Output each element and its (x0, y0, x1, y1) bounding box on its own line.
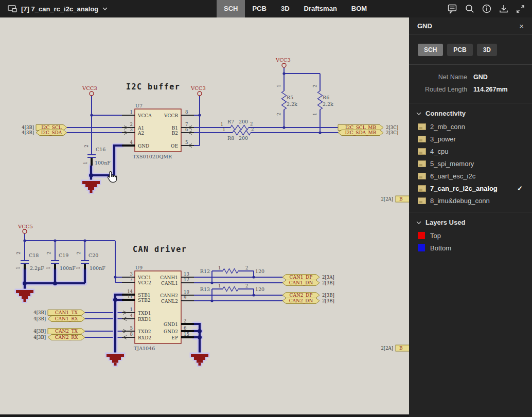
section-title-i2c: I2C buffer (126, 82, 180, 92)
svg-text:3: 3 (130, 127, 133, 132)
routed-length-value: 114.267mm (473, 86, 508, 93)
svg-text:2: 2 (130, 122, 133, 127)
layer-item-top[interactable]: Top (409, 229, 532, 242)
port-edge-bottom[interactable]: B 2[2A] (381, 345, 409, 351)
tab-draftsman[interactable]: Draftsman (297, 0, 344, 17)
svg-text:A2: A2 (137, 131, 144, 136)
power-port-vcc5[interactable]: VCC5 (17, 224, 33, 233)
chevron-down-icon (416, 112, 421, 115)
search-icon[interactable] (465, 4, 474, 13)
connectivity-item[interactable]: 4_cpu (409, 145, 532, 157)
connectivity-header[interactable]: Connectivity (409, 103, 532, 120)
section-title-can: CAN driver (133, 245, 187, 254)
svg-text:2: 2 (250, 121, 253, 126)
panel-tab-3d[interactable]: 3D (477, 44, 497, 56)
svg-text:4: 4 (130, 313, 133, 318)
svg-text:4[3B]: 4[3B] (22, 130, 34, 135)
svg-text:5: 5 (130, 325, 133, 331)
gnd-symbol[interactable] (105, 353, 126, 367)
download-icon[interactable] (499, 4, 508, 13)
port-can1-dn[interactable]: CAN1_DN 2[3B] (282, 280, 334, 286)
port-can2-rx[interactable]: CAN2_RX 4[3B] (33, 335, 85, 341)
port-can1-dp[interactable]: CAN1_DP 2[3A] (282, 275, 334, 281)
power-port-vcc3-a[interactable]: VCC3 (82, 85, 97, 96)
svg-text:14: 14 (127, 289, 133, 294)
layer-item-bottom[interactable]: Bottom (409, 242, 532, 254)
port-edge-top[interactable]: B 2[2A] (381, 196, 409, 202)
gnd-symbol[interactable] (15, 289, 35, 303)
svg-text:RXD1: RXD1 (138, 317, 151, 322)
panel-tab-sch[interactable]: SCH (418, 44, 443, 56)
gnd-symbol[interactable] (190, 353, 210, 367)
svg-text:10: 10 (184, 289, 189, 295)
port-can2-dp[interactable]: CAN2_DP 2[3B] (282, 293, 334, 299)
close-icon[interactable]: × (519, 22, 524, 30)
svg-text:1: 1 (218, 283, 221, 288)
svg-text:100nF: 100nF (60, 265, 76, 271)
svg-text:200: 200 (239, 135, 248, 141)
svg-text:VCCB: VCCB (164, 113, 178, 118)
comments-icon[interactable] (448, 4, 457, 14)
svg-text:STB1: STB1 (138, 293, 151, 298)
connectivity-title: Connectivity (425, 110, 466, 117)
power-port-vcc3-b[interactable]: VCC3 (190, 85, 206, 96)
document-selector[interactable]: [7] 7_can_rc_i2c_analog (0, 5, 108, 13)
sheet-icon (418, 160, 426, 167)
port-can1-tx[interactable]: CAN1_TX 4[3B] (33, 310, 85, 316)
tab-bom[interactable]: BOM (344, 0, 374, 17)
port-i2c-sda[interactable]: I2C_SDA 4[3B] (22, 130, 67, 136)
svg-text:2[3C]: 2[3C] (386, 130, 398, 135)
svg-text:R8: R8 (227, 135, 234, 141)
svg-text:11: 11 (127, 294, 133, 299)
expand-icon[interactable] (516, 5, 525, 13)
svg-text:1: 1 (46, 266, 51, 269)
gnd-symbol[interactable] (81, 180, 101, 194)
u7-designator: U7 (135, 103, 143, 108)
connectivity-item[interactable]: 8_imu&debug_conn (409, 194, 532, 207)
svg-text:B2: B2 (172, 131, 178, 136)
layers-used-header[interactable]: Layers Used (409, 212, 532, 229)
capacitor-symbols[interactable] (21, 155, 96, 263)
resistor-symbols[interactable] (223, 91, 323, 292)
tab-sch[interactable]: SCH (217, 0, 245, 17)
connectivity-item[interactable]: 3_power (409, 133, 532, 145)
tab-3d[interactable]: 3D (274, 0, 297, 17)
vcc3-label: VCC3 (82, 85, 97, 91)
svg-text:CAN1_TX: CAN1_TX (55, 310, 78, 316)
document-window-icon (8, 5, 17, 12)
connectivity-item[interactable]: 2_mb_conn (409, 120, 532, 133)
svg-text:GND: GND (138, 143, 149, 149)
port-can2-dn[interactable]: CAN2_DN 2[3B] (282, 298, 334, 304)
connectivity-item-current[interactable]: 7_can_rc_i2c_analog ✓ (409, 182, 532, 194)
svg-text:1: 1 (312, 113, 317, 115)
svg-text:4[3B]: 4[3B] (33, 335, 46, 340)
svg-text:2[3A]: 2[3A] (322, 275, 334, 280)
svg-text:5: 5 (185, 140, 188, 145)
net-inspector-panel: GND × SCH PCB 3D Net Name GND Routed Len… (409, 17, 532, 417)
svg-text:I2C_SDA_MB: I2C_SDA_MB (345, 130, 377, 136)
svg-text:1: 1 (130, 110, 133, 115)
port-can2-tx[interactable]: CAN2_TX 4[3B] (33, 329, 85, 335)
svg-text:4[3B]: 4[3B] (33, 316, 46, 321)
svg-text:1: 1 (223, 127, 225, 132)
vcc3-label: VCC3 (190, 85, 206, 91)
sheet-icon (418, 197, 426, 204)
connectivity-item[interactable]: 6_uart_esc_i2c (409, 170, 532, 182)
svg-text:VCCA: VCCA (137, 113, 152, 118)
panel-tab-pcb[interactable]: PCB (447, 44, 472, 56)
tab-pcb[interactable]: PCB (245, 0, 273, 17)
connectivity-item[interactable]: 5_spi_memory (409, 157, 532, 170)
svg-text:4[3B]: 4[3B] (22, 125, 34, 130)
power-port-vcc3-c[interactable]: VCC3 (275, 57, 291, 67)
schematic-canvas[interactable]: I2C buffer CAN driver U7 TXS0102DQMR U9 … (0, 17, 409, 414)
svg-text:CANH2: CANH2 (160, 293, 178, 298)
panel-title: GND (417, 22, 432, 30)
svg-text:2.2µF: 2.2µF (30, 265, 44, 271)
svg-text:4: 4 (130, 140, 133, 145)
port-can1-rx[interactable]: CAN1_RX 4[3B] (33, 316, 85, 322)
svg-text:1: 1 (83, 161, 88, 164)
layer-color-swatch (418, 244, 425, 251)
port-i2c-sda-mb[interactable]: I2C_SDA_MB 2[3C] (338, 130, 398, 136)
svg-text:R7: R7 (227, 119, 234, 124)
info-icon[interactable] (482, 4, 491, 13)
